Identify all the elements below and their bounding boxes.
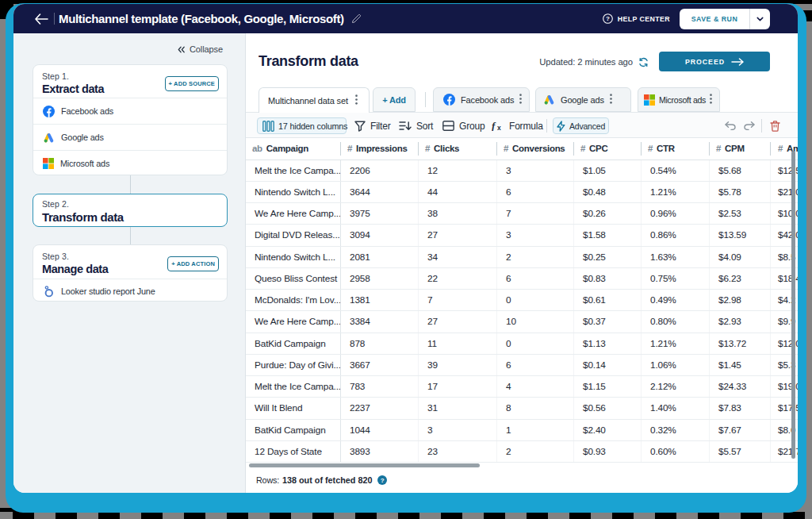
svg-text:f: f	[492, 121, 496, 131]
svg-text:x: x	[497, 124, 501, 131]
svg-text:?: ?	[381, 477, 385, 484]
svg-text:?: ?	[606, 15, 610, 22]
